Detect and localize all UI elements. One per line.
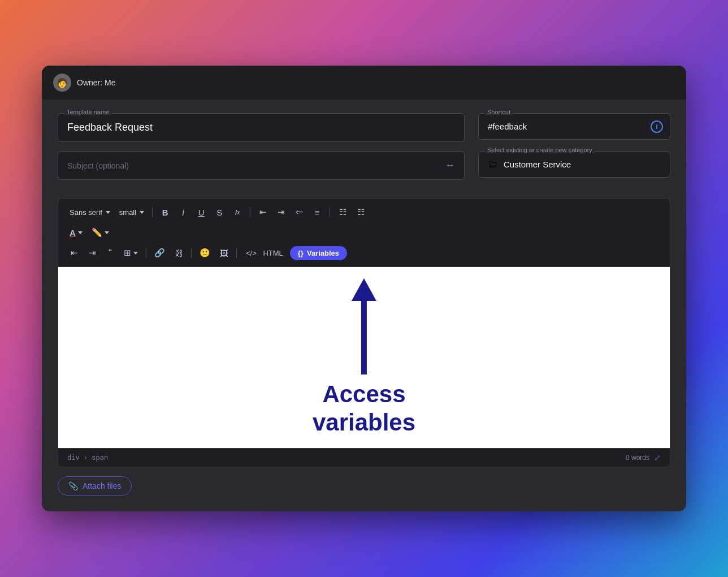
emoji-button[interactable]: 🙂 xyxy=(196,245,214,261)
attach-files-icon: 📎 xyxy=(68,481,78,490)
font-family-label: Sans serif xyxy=(70,208,102,217)
shortcut-input-wrapper: i xyxy=(478,113,670,140)
divider-3 xyxy=(330,207,330,217)
editor-container: Sans serif small B I U S Ix ⇤ ⇥ xyxy=(58,198,670,467)
right-column: Shortcut i xyxy=(478,113,670,142)
toolbar-row-3: ⇤ ⇥ “ ⊞ 🔗 ⛓ 🙂 🖼 </> HTML xyxy=(66,245,662,261)
variables-icon: {} xyxy=(298,249,304,257)
blockquote-button[interactable]: “ xyxy=(102,245,118,261)
folder-icon: 🗂 xyxy=(488,158,498,170)
category-field: Select existing or create new category 🗂… xyxy=(478,151,670,189)
table-chevron xyxy=(133,252,138,255)
avatar: 🧑 xyxy=(53,74,71,92)
variables-button[interactable]: {} Variables xyxy=(290,246,347,260)
bold-button[interactable]: B xyxy=(157,204,173,220)
template-name-label: Template name xyxy=(64,109,111,115)
strikethrough-button[interactable]: S xyxy=(211,204,227,220)
annotation-text: Accessvariables xyxy=(313,380,415,437)
font-color-button[interactable]: A xyxy=(66,225,86,240)
variables-label: Variables xyxy=(307,249,339,257)
italic-button[interactable]: I xyxy=(175,204,191,220)
subject-group: Subject (optional) ↔ xyxy=(58,151,465,189)
unlink-button[interactable]: ⛓ xyxy=(171,245,187,261)
arrow-shaft xyxy=(361,301,367,374)
subject-placeholder: Subject (optional) xyxy=(67,161,445,170)
clear-format-button[interactable]: Ix xyxy=(229,204,245,220)
category-label: Select existing or create new category xyxy=(485,147,595,153)
font-color-chevron xyxy=(78,231,83,234)
outdent-button[interactable]: ⇤ xyxy=(66,245,82,261)
word-count: 0 words xyxy=(626,454,649,462)
html-button[interactable]: </> HTML xyxy=(241,247,288,260)
titlebar: 🧑 Owner: Me xyxy=(42,66,686,100)
divider-5 xyxy=(191,248,192,258)
font-size-label: small xyxy=(119,208,136,217)
template-name-group: Template name xyxy=(58,113,465,142)
html-icon: </> xyxy=(246,249,257,257)
attach-files-label: Attach files xyxy=(83,481,121,490)
divider-1 xyxy=(152,207,153,217)
underline-button[interactable]: U xyxy=(193,204,209,220)
toolbar: Sans serif small B I U S Ix ⇤ ⇥ xyxy=(58,199,670,267)
font-size-chevron xyxy=(140,211,144,214)
divider-4 xyxy=(146,248,146,258)
top-fields-row: Template name Shortcut i xyxy=(58,113,670,142)
highlight-button[interactable]: ✏️ xyxy=(88,225,112,240)
owner-label: Owner: Me xyxy=(77,78,115,87)
align-right-button[interactable]: ⇦ xyxy=(291,204,307,220)
indent-button[interactable]: ⇥ xyxy=(84,245,100,261)
annotation-arrow: Accessvariables xyxy=(313,278,415,437)
status-bar: div › span 0 words ⤢ xyxy=(58,448,670,467)
subject-row: Subject (optional) ↔ xyxy=(58,151,465,180)
shortcut-input[interactable] xyxy=(488,114,645,139)
link-button[interactable]: 🔗 xyxy=(151,245,168,261)
attach-files-button[interactable]: 📎 Attach files xyxy=(58,476,132,496)
content-area: Template name Shortcut i Subject (optio xyxy=(42,100,686,511)
embed-icon: ↔ xyxy=(445,160,455,171)
table-button[interactable]: ⊞ xyxy=(120,245,141,261)
editor-body[interactable]: Accessvariables xyxy=(58,267,670,448)
divider-6 xyxy=(236,248,237,258)
align-left-button[interactable]: ⇤ xyxy=(255,204,271,220)
toolbar-row-1: Sans serif small B I U S Ix ⇤ ⇥ xyxy=(66,204,662,220)
list-bullet-button[interactable]: ☷ xyxy=(335,204,350,220)
list-ordered-button[interactable]: ☷ xyxy=(353,204,369,220)
template-name-input[interactable] xyxy=(58,113,465,142)
highlight-chevron xyxy=(105,231,109,234)
breadcrumb: div › span xyxy=(67,454,108,462)
word-count-area: 0 words ⤢ xyxy=(626,453,661,462)
main-window: 🧑 Owner: Me Template name Shortcut i xyxy=(42,66,686,511)
toolbar-row-2: A ✏️ xyxy=(66,225,662,240)
info-icon[interactable]: i xyxy=(651,120,663,133)
align-justify-button[interactable]: ≡ xyxy=(309,204,325,220)
category-column: Select existing or create new category 🗂… xyxy=(478,151,670,189)
image-button[interactable]: 🖼 xyxy=(216,245,232,261)
font-size-select[interactable]: small xyxy=(116,206,148,219)
category-input-wrapper[interactable]: 🗂 Customer Service xyxy=(478,151,670,178)
shortcut-field: Shortcut i xyxy=(478,113,670,142)
arrow-head xyxy=(352,278,376,301)
shortcut-label: Shortcut xyxy=(485,109,513,115)
align-center-button[interactable]: ⇥ xyxy=(273,204,289,220)
resize-icon: ⤢ xyxy=(654,453,661,462)
category-text: Customer Service xyxy=(504,160,571,169)
font-color-label: A xyxy=(70,228,76,238)
divider-2 xyxy=(250,207,250,217)
highlight-icon: ✏️ xyxy=(92,227,102,238)
font-family-chevron xyxy=(106,211,110,214)
font-family-select[interactable]: Sans serif xyxy=(66,206,114,219)
subject-category-row: Subject (optional) ↔ Select existing or … xyxy=(58,151,670,189)
